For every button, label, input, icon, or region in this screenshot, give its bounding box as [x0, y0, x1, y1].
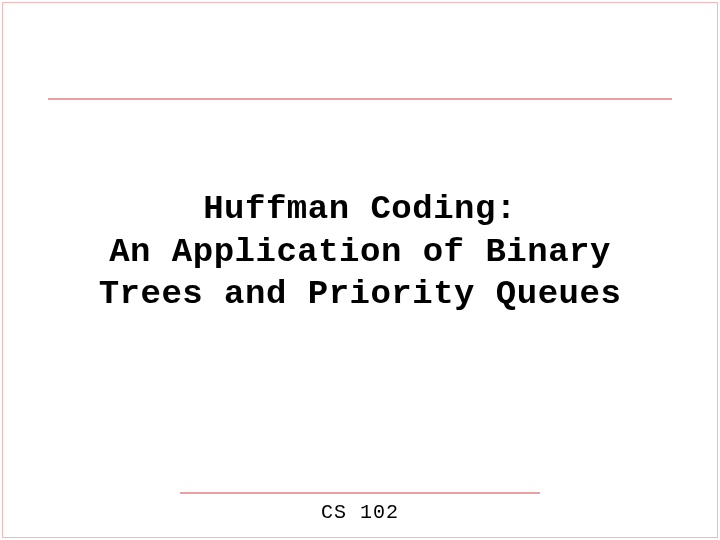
top-horizontal-rule — [48, 98, 672, 100]
title-line-3: Trees and Priority Queues — [0, 273, 720, 316]
slide-title: Huffman Coding: An Application of Binary… — [0, 188, 720, 316]
title-line-1: Huffman Coding: — [0, 188, 720, 231]
bottom-horizontal-rule — [180, 492, 540, 494]
title-line-2: An Application of Binary — [0, 231, 720, 274]
slide-footer: CS 102 — [0, 501, 720, 524]
